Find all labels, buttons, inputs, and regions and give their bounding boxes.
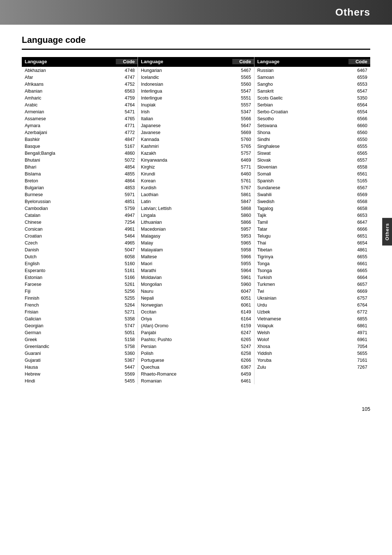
lang-name: Somali — [254, 171, 348, 177]
lang-name: Lithuanian — [138, 220, 232, 225]
table-row: Interlingue5551 — [138, 94, 254, 101]
table-row: Czech4965 — [22, 239, 138, 246]
table-row: Bihari4854 — [22, 163, 138, 170]
table-row: Laothian5861 — [138, 191, 254, 198]
header-banner: Others — [0, 0, 392, 25]
lang-name: Kinyarwanda — [138, 158, 232, 163]
lang-name: Sundanese — [254, 185, 348, 190]
table-row: Yiddish5655 — [254, 350, 370, 357]
lang-name: Volapuk — [254, 323, 348, 328]
table-row: Kazakh5757 — [138, 150, 254, 157]
table-row: Xhosa7054 — [254, 343, 370, 350]
table-row: Marathi5964 — [138, 267, 254, 274]
lang-code: 5072 — [116, 158, 138, 163]
lang-code: 6567 — [348, 185, 370, 190]
table-row: Romanian6461 — [138, 377, 254, 384]
lang-name: Kazakh — [138, 151, 232, 156]
lang-code: 4765 — [116, 116, 138, 121]
lang-code: 4854 — [116, 165, 138, 170]
table-row: Kashmiri5765 — [138, 143, 254, 150]
table-row: Singhalese6555 — [254, 143, 370, 150]
lang-code: 5261 — [116, 282, 138, 287]
lang-code: 5868 — [232, 206, 254, 211]
lang-code: 6661 — [348, 261, 370, 266]
lang-name: Dutch — [22, 254, 116, 259]
lang-name: Frisian — [22, 309, 116, 315]
table-row: Sesotho6566 — [254, 115, 370, 122]
table-row: Hausa5447 — [22, 364, 138, 370]
lang-code: 5367 — [116, 358, 138, 363]
lang-code: 6557 — [348, 158, 370, 163]
lang-name: Nauru — [138, 289, 232, 294]
lang-name: Breton — [22, 178, 116, 183]
lang-name: Uzbek — [254, 309, 348, 315]
lang-code: 5953 — [232, 234, 254, 239]
table-row: Bulgarian4853 — [22, 184, 138, 191]
lang-name: Bulgarian — [22, 185, 116, 190]
lang-name: Corsican — [22, 227, 116, 232]
table-row: Twi6669 — [254, 288, 370, 295]
lang-code: 6861 — [348, 323, 370, 328]
lang-code: 5547 — [232, 89, 254, 94]
lang-name: Rhaeto-Romance — [138, 372, 232, 377]
lang-code: 7267 — [348, 365, 370, 370]
lang-code: 5958 — [232, 247, 254, 252]
table-row: Byelorussian4851 — [22, 198, 138, 205]
lang-name: Tajik — [254, 213, 348, 218]
table-row: Bashkir4847 — [22, 136, 138, 143]
table-row: Greek5158 — [22, 336, 138, 343]
lang-name: Tsonga — [254, 268, 348, 273]
table-row: Maori5955 — [138, 260, 254, 267]
lang-code: 4847 — [116, 137, 138, 142]
lang-name: Bashkir — [22, 137, 116, 142]
lang-name: Persian — [138, 344, 232, 349]
lang-code: 6657 — [348, 282, 370, 287]
table-row: Italian5566 — [138, 115, 254, 122]
table-row: Finnish5255 — [22, 295, 138, 301]
table-row: Abkhazian4748 — [22, 67, 138, 74]
lang-name: Romanian — [138, 378, 232, 384]
lang-code: 5966 — [232, 254, 254, 259]
lang-code: 5747 — [116, 323, 138, 328]
lang-name: Kurdish — [138, 185, 232, 190]
table-row: Spanish5165 — [254, 177, 370, 184]
table-row: Welsh4971 — [254, 329, 370, 336]
lang-name: Panjabi — [138, 330, 232, 335]
lang-name: Estonian — [22, 275, 116, 280]
lang-name: Hebrew — [22, 372, 116, 377]
lang-code: 5757 — [232, 151, 254, 156]
lang-code: 4747 — [116, 75, 138, 80]
table-row: Kinyarwanda6469 — [138, 157, 254, 163]
table-row: Malayalam5958 — [138, 246, 254, 253]
table-row: Fiji5256 — [22, 288, 138, 295]
lang-name: Tatar — [254, 227, 348, 232]
lang-name: Swahili — [254, 192, 348, 197]
lang-name: Ukrainian — [254, 296, 348, 301]
lang-code: 5271 — [116, 309, 138, 315]
table-row: Albanian6563 — [22, 88, 138, 94]
lang-name: Occitan — [138, 309, 232, 315]
table-row: Russian6467 — [254, 67, 370, 74]
lang-name: Abkhazian — [22, 68, 116, 73]
table-row: Kirghiz5771 — [138, 163, 254, 170]
lang-name: French — [22, 303, 116, 308]
table-row: Hindi5455 — [22, 377, 138, 384]
lang-name: Malay — [138, 240, 232, 246]
lang-code: 6757 — [348, 296, 370, 301]
table-row: Georgian5747 — [22, 322, 138, 329]
table-row: Gujarati5367 — [22, 357, 138, 364]
lang-code: 6563 — [116, 89, 138, 94]
lang-name: Malagasy — [138, 234, 232, 239]
lang-code: 6555 — [348, 144, 370, 149]
lang-name: Icelandic — [138, 75, 232, 80]
main-content: Language code LanguageCodeAbkhazian4748A… — [0, 25, 392, 399]
lang-name: Japanese — [138, 123, 232, 128]
lang-name: Polish — [138, 351, 232, 356]
lang-code: 5655 — [348, 351, 370, 356]
lang-name: Afar — [22, 75, 116, 80]
table-row: Faroese5261 — [22, 281, 138, 288]
lang-code: 6367 — [232, 365, 254, 370]
lang-code: 4748 — [116, 68, 138, 73]
table-row: Rhaeto-Romance6459 — [138, 370, 254, 377]
lang-code: 5464 — [116, 234, 138, 239]
